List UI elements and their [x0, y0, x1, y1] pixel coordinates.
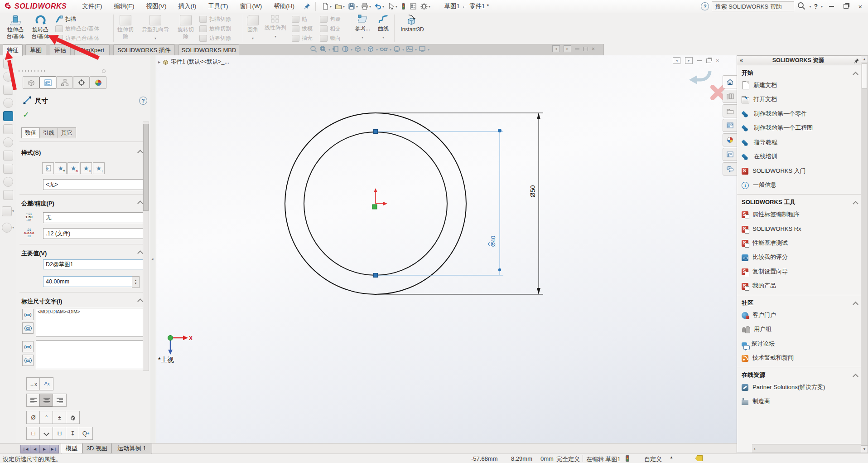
new-document-link[interactable]: 新建文档: [742, 78, 858, 93]
tp-tab-custom-properties[interactable]: [723, 148, 737, 161]
left-toolbar-icon-11[interactable]: [3, 190, 13, 200]
display-style-icon[interactable]: [366, 45, 375, 54]
style-dropdown[interactable]: <无>▾: [43, 179, 149, 190]
select-cursor-button[interactable]: ▾: [386, 2, 398, 11]
dimension-text-section-header[interactable]: 标注尺寸文字(I): [21, 297, 62, 306]
open-document-link[interactable]: 打开文档: [742, 93, 858, 107]
collapse-chevron-icon[interactable]: [853, 373, 858, 379]
aligned-dim-button[interactable]: ↗x: [39, 377, 53, 390]
left-toolbar-icon-9[interactable]: [3, 164, 13, 174]
panel-drag-handle[interactable]: [19, 70, 45, 72]
horizontal-dim-button[interactable]: ↔x: [26, 377, 40, 390]
partner-solutions-link[interactable]: Partner Solutions(解决方案): [742, 380, 858, 395]
user-groups-link[interactable]: 用户组: [742, 322, 858, 337]
left-toolbar-icon-7[interactable]: [3, 137, 13, 147]
quadrant-handle[interactable]: [374, 130, 378, 134]
lofted-boss-button[interactable]: 放样凸台/基体: [54, 24, 112, 34]
undo-button[interactable]: ▾: [373, 2, 385, 11]
instant3d-button[interactable]: Instant3D: [396, 14, 429, 43]
dimension-50[interactable]: Ø50: [378, 113, 543, 294]
help-button[interactable]: ?: [814, 3, 818, 10]
pm-help-icon[interactable]: ?: [139, 97, 147, 105]
pm-scrollbar[interactable]: [143, 122, 149, 371]
search-dropdown-icon[interactable]: ▾: [809, 5, 811, 9]
extruded-cut-button[interactable]: 拉伸切 除: [115, 14, 136, 43]
first-tab-button[interactable]: ❘◀: [20, 445, 30, 453]
tag-icon[interactable]: [695, 455, 703, 463]
open-document-button[interactable]: ▾: [333, 2, 346, 11]
view-settings-icon[interactable]: [418, 45, 426, 54]
online-training-link[interactable]: 在线培训: [742, 150, 858, 164]
task-pane-hscrollbar[interactable]: ‹›: [752, 444, 868, 453]
primary-value-section-header[interactable]: 主要值(V): [21, 249, 47, 258]
last-tab-button[interactable]: ▶❘: [49, 445, 59, 453]
previous-view-icon[interactable]: [332, 45, 340, 54]
plus-minus-symbol-button[interactable]: ±: [53, 411, 67, 424]
quadrant-handle[interactable]: [374, 273, 378, 278]
collapse-chevron-icon[interactable]: [137, 250, 143, 256]
menu-insert[interactable]: 插入(I): [178, 2, 196, 10]
load-style-button[interactable]: ★↓: [93, 162, 105, 174]
pm-scrollbar-thumb[interactable]: [143, 124, 149, 211]
prev-tab-button[interactable]: ◀: [30, 445, 40, 453]
boundary-boss-button[interactable]: 边界凸台/基体: [54, 34, 112, 43]
pm-tab-leaders[interactable]: 引线: [40, 127, 58, 138]
counterbore-symbol-button[interactable]: ⊔: [53, 427, 67, 440]
curves-button[interactable]: 曲线 ▾: [374, 14, 392, 43]
tab-3d-views[interactable]: 3D 视图: [82, 444, 111, 454]
tutorials-link[interactable]: 指导教程: [742, 135, 858, 150]
doc-close-icon[interactable]: ×: [592, 46, 595, 52]
collapse-chevron-icon[interactable]: [853, 301, 858, 307]
tab-mbd[interactable]: SOLIDWORKS MBD: [178, 44, 239, 55]
tab-dimxpert[interactable]: DimXpert: [74, 44, 110, 55]
menu-file[interactable]: 文件(F): [82, 2, 102, 10]
sw-intro-link[interactable]: SOLIDWORKS 入门: [742, 164, 858, 178]
pm-tab-other[interactable]: 其它: [58, 127, 76, 138]
mirror-button[interactable]: 镜向: [319, 34, 347, 43]
left-toolbar-flyout-2[interactable]: ▾: [0, 223, 16, 233]
collapse-chevron-icon[interactable]: [853, 71, 858, 77]
pm-ok-button[interactable]: ✓: [23, 110, 29, 120]
revolved-cut-button[interactable]: 旋转切 除: [175, 14, 197, 43]
swept-boss-button[interactable]: 扫描: [54, 15, 112, 24]
tab-motion-study[interactable]: 运动算例 1: [111, 444, 152, 454]
menu-tools[interactable]: 工具(T): [208, 2, 228, 10]
units-selector[interactable]: 自定义: [644, 455, 662, 463]
doc-minimize-icon[interactable]: [575, 49, 579, 49]
minimize-button[interactable]: [825, 2, 837, 11]
left-toolbar-icon-4[interactable]: [3, 98, 13, 108]
value-spinner[interactable]: ▲▼: [132, 276, 140, 288]
tab-features[interactable]: 特征: [3, 44, 23, 56]
feature-manager-tab[interactable]: [23, 76, 39, 89]
splitter-dot[interactable]: [102, 69, 106, 73]
tp-tab-view-palette[interactable]: [723, 119, 737, 132]
precision-dropdown[interactable]: .12 (文件)▾: [43, 228, 149, 239]
linear-pattern-button[interactable]: 线性阵列 ▾: [262, 14, 289, 43]
extruded-boss-button[interactable]: 拉伸凸 台/基体: [4, 14, 27, 43]
tp-tab-resources[interactable]: [723, 75, 737, 88]
menu-edit[interactable]: 编辑(E): [114, 2, 134, 10]
next-tab-button[interactable]: ▶: [39, 445, 49, 453]
section-view-icon[interactable]: [341, 45, 349, 54]
edit-appearance-icon[interactable]: [393, 45, 401, 54]
tab-sketch[interactable]: 草图: [25, 44, 46, 55]
hide-show-items-icon[interactable]: [379, 45, 388, 54]
style-section-header[interactable]: 样式(S): [21, 149, 41, 157]
print-button[interactable]: ▾: [360, 2, 372, 11]
pin-icon[interactable]: [854, 58, 859, 63]
boundary-cut-button[interactable]: 边界切除: [198, 34, 242, 43]
justify-right-button[interactable]: [53, 394, 67, 407]
sketch-origin[interactable]: [372, 188, 387, 209]
help-dropdown-icon[interactable]: ▾: [821, 5, 823, 9]
revolved-boss-button[interactable]: 旋转凸 台/基体: [28, 14, 53, 43]
dim-text-boxed-button[interactable]: xx: [22, 322, 34, 334]
menu-view[interactable]: 视图(V): [146, 2, 166, 10]
depth-symbol-button[interactable]: ↧: [66, 427, 80, 440]
dimension-40-selected[interactable]: Ø40: [374, 129, 504, 278]
apply-scene-icon[interactable]: [405, 45, 414, 54]
first-drawing-link[interactable]: 制作我的第一个工程图: [742, 121, 858, 136]
performance-benchmark-link[interactable]: 性能基准测试: [742, 236, 858, 250]
left-toolbar-icon-10[interactable]: [3, 177, 13, 187]
hole-wizard-button[interactable]: 异型孔向导 ▾: [137, 14, 174, 43]
square-symbol-button[interactable]: □: [26, 427, 40, 440]
